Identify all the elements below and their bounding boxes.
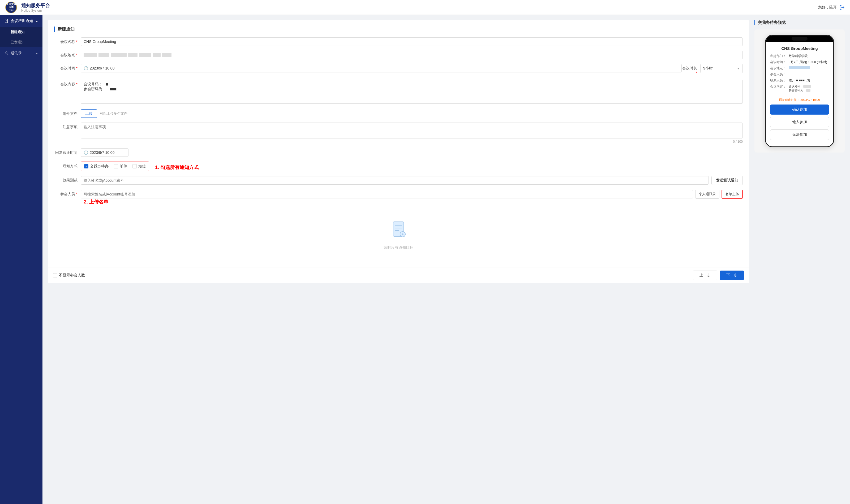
meeting-duration-control: 9小时 ▼	[700, 64, 743, 73]
checkbox-email-label: 邮件	[120, 164, 127, 169]
personal-contacts-button[interactable]: 个人通讯录	[695, 190, 719, 199]
notes-row: 注意事项 0 / 100	[54, 123, 743, 144]
upload-button[interactable]: 上传	[81, 109, 97, 118]
header-user: 您好，陈开	[818, 5, 845, 10]
phone-dept-value: 数学科学学院	[789, 54, 829, 58]
user-icon	[4, 51, 8, 55]
app-subtitle: Notice System	[21, 9, 50, 13]
phone-location-value	[789, 66, 829, 71]
phone-unable-button[interactable]: 无法参加	[770, 129, 829, 140]
notify-options-group: 交我办待办 邮件 短信	[81, 162, 149, 171]
app-title: 通知服务平台	[21, 2, 50, 9]
meeting-name-control	[81, 37, 743, 46]
chevron-down-icon: ▼	[36, 52, 38, 55]
attachment-label: 附件文档	[54, 109, 81, 116]
next-step-button[interactable]: 下一步	[720, 271, 744, 280]
phone-meeting-content-label: 会议内容：	[770, 84, 789, 92]
attachment-row: 附件文档 上传 可以上传多个文件	[54, 109, 743, 118]
test-row: 效果测试 发送测试通知	[54, 176, 743, 185]
logo: 上海交通大学SJTU	[5, 2, 17, 13]
meeting-name-input[interactable]	[81, 37, 743, 46]
meeting-name-label: 会议名称	[54, 37, 81, 44]
attachment-control: 上传 可以上传多个文件	[81, 109, 743, 118]
phone-meeting-content-row: 会议内容： 会议号码： 参会密码为：	[770, 84, 829, 92]
preview-title: 交我办待办预览	[754, 20, 845, 25]
location-tag-2	[99, 53, 109, 57]
header-title: 通知服务平台 Notice System	[21, 2, 50, 13]
meeting-duration-select[interactable]: 9小时 ▼	[700, 64, 743, 73]
phone-mockup: CNS GroupMeeting 发起部门： 数学科学学院 会议时间： 9月7日…	[765, 35, 834, 147]
test-input-group: 发送测试通知	[81, 176, 743, 185]
notes-counter: 0 / 100	[81, 140, 743, 144]
test-send-button[interactable]: 发送测试通知	[711, 176, 743, 185]
attendees-label: 参会人员	[54, 190, 81, 197]
phone-contact-row: 联系人员： 陈开 ■ ■■■...3)	[770, 78, 829, 83]
location-tag-7	[162, 53, 172, 57]
attendees-row: 参会人员 个人通讯录 名单上传 2. 上传名单	[54, 190, 743, 205]
phone-meeting-title: CNS GroupMeeting	[770, 46, 829, 51]
meeting-content-control: 会议号码： ■ 参会密码为： ■■■	[81, 80, 743, 105]
sidebar-item-meeting-notice[interactable]: 会议培训通知 ▲	[0, 15, 42, 27]
checkbox-jiaoban[interactable]: 交我办待办	[84, 164, 108, 169]
empty-state: 暂时没有通知目标	[54, 210, 743, 261]
phone-location-label: 会议地点：	[770, 66, 789, 71]
phone-dept-label: 发起部门：	[770, 54, 789, 58]
logo-icon: 上海交通大学SJTU	[5, 2, 17, 13]
document-icon	[4, 19, 8, 23]
phone-attendees-value	[789, 72, 829, 77]
preview-area: 交我办待办预览 CNS GroupMeeting 发起部门： 数学科学学院	[754, 20, 845, 499]
meeting-location-label: 会议地点	[54, 51, 81, 57]
header: 上海交通大学SJTU 通知服务平台 Notice System 您好，陈开	[0, 0, 850, 15]
deadline-input[interactable]: 🕐 2023/9/7 10:00	[81, 148, 128, 157]
meeting-location-input[interactable]	[81, 51, 743, 59]
meeting-time-input[interactable]: 🕐 2023/9/7 10:00	[81, 64, 682, 72]
phone-attendees-row: 参会人员：	[770, 72, 829, 77]
empty-icon	[391, 220, 406, 242]
checkbox-email[interactable]: 邮件	[114, 164, 127, 169]
meeting-location-row: 会议地点	[54, 51, 743, 59]
meeting-duration-value: 9小时	[703, 66, 736, 71]
deadline-control: 🕐 2023/9/7 10:00	[81, 148, 743, 157]
checkbox-email-box[interactable]	[114, 164, 118, 168]
location-tag-4	[128, 53, 138, 57]
prev-step-button[interactable]: 上一步	[693, 271, 717, 280]
deadline-clock-icon: 🕐	[84, 150, 88, 155]
phone-contact-value: 陈开 ■ ■■■...3)	[789, 78, 829, 83]
phone-time-value: 9月7日(周四) 10:00 (9小时)	[789, 60, 829, 65]
form-title: 新建通知	[54, 26, 743, 32]
attendees-control: 个人通讯录 名单上传 2. 上传名单	[81, 190, 743, 205]
bottom-checkbox-box[interactable]	[53, 273, 57, 277]
checkbox-sms-label: 短信	[138, 164, 146, 169]
checkbox-sms-box[interactable]	[133, 164, 137, 168]
clock-icon: 🕐	[84, 66, 88, 70]
sidebar-item-new-notice[interactable]: 新建通知	[0, 27, 42, 37]
sidebar-item-contacts[interactable]: 通讯录 ▼	[0, 47, 42, 59]
phone-time-label: 会议时间：	[770, 60, 789, 65]
test-label: 效果测试	[54, 176, 81, 183]
meeting-content-row: 会议内容 会议号码： ■ 参会密码为： ■■■	[54, 80, 743, 105]
meeting-time-value: 2023/9/7 10:00	[90, 66, 115, 70]
location-tag-6	[153, 53, 161, 57]
location-tag-5	[139, 53, 151, 57]
location-tag-3	[111, 53, 127, 57]
sidebar-meeting-label: 会议培训通知	[11, 19, 33, 23]
phone-attendees-label: 参会人员：	[770, 72, 789, 77]
phone-confirm-button[interactable]: 确认参加	[770, 105, 829, 114]
checkbox-sms[interactable]: 短信	[133, 164, 146, 169]
phone-others-button[interactable]: 他人参加	[770, 117, 829, 127]
sidebar: 会议培训通知 ▲ 新建通知 已发通知 通讯录 ▼	[0, 15, 42, 504]
test-input[interactable]	[81, 176, 709, 185]
sidebar-item-sent-notice[interactable]: 已发通知	[0, 37, 42, 47]
upload-list-button[interactable]: 名单上传	[722, 190, 743, 199]
attendees-input[interactable]	[81, 190, 693, 198]
upload-hint: 可以上传多个文件	[100, 111, 127, 116]
sidebar-contacts-label: 通讯录	[11, 51, 22, 56]
test-control: 发送测试通知	[81, 176, 743, 185]
logout-button[interactable]	[839, 5, 845, 10]
phone-notch	[766, 36, 833, 42]
notes-textarea[interactable]	[81, 123, 743, 139]
meeting-content-textarea[interactable]: 会议号码： ■ 参会密码为： ■■■	[81, 80, 743, 104]
checkbox-jiaoban-box[interactable]	[84, 164, 88, 168]
greeting-text: 您好，陈开	[818, 5, 837, 10]
bottom-checkbox[interactable]: 不显示参会人数	[53, 273, 85, 278]
